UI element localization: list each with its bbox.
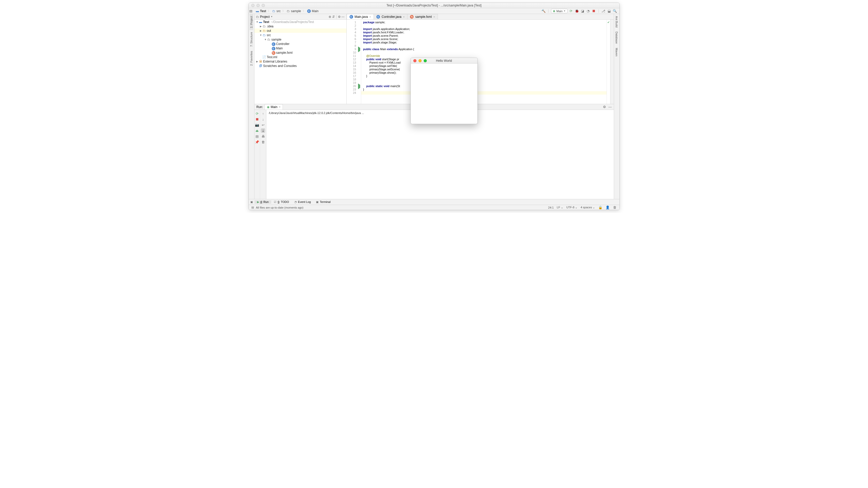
breadcrumb-item[interactable]: CMain [307,9,319,13]
sidebar-tab-favorites[interactable]: 2: Favorites [250,49,253,68]
locate-icon[interactable]: ⊕ [328,15,332,19]
editor-tab[interactable]: CController.java× [374,14,407,19]
softwrap-button[interactable]: ↩ [261,123,265,127]
layout-button[interactable]: ▤ [255,134,259,138]
tree-root[interactable]: ▼▬Test~/Downloads/JavaProjects/Test [254,20,346,24]
lock-icon[interactable]: 🔒 [598,205,602,210]
scroll-end-button[interactable]: ⤓ [261,128,265,133]
run-tab[interactable]: ◉Main× [265,104,283,110]
down-button[interactable]: ↓ [261,117,265,121]
project-pane-title[interactable]: Project [259,15,270,19]
tree-controller[interactable]: CController [254,41,346,46]
expand-icon[interactable]: ⇵ [332,15,335,19]
ide-titlebar: Test [~/Downloads/JavaProjects/Test] - .… [249,3,619,8]
status-message: All files are up-to-date (moments ago) [256,206,304,209]
tree-fxml[interactable]: fxsample.fxml [254,50,346,55]
run-label: Run: [256,105,263,109]
run-config-selector[interactable]: ◉ Main ▼ [551,9,567,13]
editor-tabs: CMain.java× CController.java× fxsample.f… [347,14,614,20]
print-button[interactable]: 🖶 [261,134,265,138]
tree-src[interactable]: ▼🗀src [254,33,346,37]
up-button[interactable]: ↑ [261,111,265,116]
statusbar-icon: ▤ [251,206,254,209]
update-button[interactable]: ⬓ [607,9,611,13]
bottom-tab-run[interactable]: ▶4: 4: RunRun [254,200,271,204]
run-side-toolbar: ⟳ 📷 ⏏ ▤ 📌 ↑ ↓ ↩ ⤓ 🖶 [254,110,266,199]
tree-scratch[interactable]: 🗐Scratches and Consoles [254,64,346,68]
sidebar-tab-database[interactable]: Database [615,29,618,46]
rerun-button[interactable]: ⟳ [255,111,259,116]
close-icon[interactable]: × [369,15,371,18]
editor-tab[interactable]: fxsample.fxml× [407,14,438,19]
no-errors-icon: ✔ [607,21,610,24]
chevron-down-icon[interactable]: ▼ [270,16,273,18]
vcs-button[interactable]: ⎇ [601,9,606,13]
dump-button[interactable]: 📷 [255,123,259,127]
close-icon[interactable]: × [433,15,435,18]
gear-icon[interactable]: ⚙ [338,15,341,19]
fx-window-title: Hello World [411,59,477,62]
hide-icon[interactable]: — [341,15,345,19]
stop-button[interactable] [255,117,259,121]
run-button[interactable]: ⟳ [569,9,573,13]
bottom-tab-eventlog[interactable]: ◔Event Log [292,200,314,204]
breadcrumb-item[interactable]: ▬Test [255,9,267,13]
status-indent[interactable]: 4 spaces ⌄ [581,206,595,209]
tree-iml[interactable]: 📄Test.iml [254,55,346,59]
window-title: Test [~/Downloads/JavaProjects/Test] - .… [249,4,619,7]
javafx-app-window[interactable]: Hello World [410,58,478,124]
gear-icon[interactable]: ⚙ [602,105,607,109]
code-editor[interactable]: 12345678910111213141516171819202324 pack… [347,20,614,104]
folder-icon: 🗀 [256,15,259,19]
tree-ext[interactable]: ▶🏛External Libraries [254,59,346,64]
sidebar-tab-ant[interactable]: Ant Build [615,14,618,29]
editor-tab[interactable]: CMain.java× [347,14,374,19]
pin-button[interactable]: 📌 [255,140,259,144]
search-everywhere-button[interactable]: 🔍 [613,9,617,13]
tree-out[interactable]: ▶🗀out [254,28,346,33]
sidebar-tab-maven[interactable]: Maven [615,46,618,58]
coverage-button[interactable]: ◪ [581,9,585,13]
breadcrumb: ▬Test〉 🗀src〉 🗀sample〉 CMain [253,9,541,13]
status-caret[interactable]: 24:1 [548,206,554,209]
breadcrumb-item[interactable]: 🗀src [272,9,281,13]
status-linesep[interactable]: LF ⌄ [557,206,563,209]
tree-idea[interactable]: ▶🗀.idea [254,24,346,28]
close-icon[interactable]: × [403,15,405,18]
clear-button[interactable]: 🗑 [261,140,265,144]
build-button[interactable]: 🔨 [541,9,546,13]
error-stripe[interactable]: ✔ [607,20,610,104]
project-tree[interactable]: ▼▬Test~/Downloads/JavaProjects/Test ▶🗀.i… [254,20,346,104]
sidebar-tab-structure[interactable]: 7: Structure [250,30,253,49]
bottom-tab-terminal[interactable]: ▣Terminal [313,200,333,204]
profile-button[interactable]: ◔ [586,9,590,13]
exit-button[interactable]: ⏏ [255,128,259,133]
stop-button[interactable] [592,9,596,13]
status-encoding[interactable]: UTF-8 ⌄ [566,206,578,209]
editor-scrollbar[interactable] [610,20,614,104]
sidebar-tab-project[interactable]: 1: Project [250,14,253,30]
debug-button[interactable]: 🐞 [575,9,579,13]
tree-main[interactable]: CMain [254,46,346,50]
toolwindow-toggle-icon[interactable]: ▣ [249,200,254,204]
trash-icon[interactable]: 🗑 [613,205,617,210]
tree-pkg[interactable]: ▼🗀sample [254,37,346,41]
bottom-tab-todo[interactable]: ☑6: TODO [271,200,292,204]
hide-icon[interactable]: — [608,105,612,109]
inspect-icon[interactable]: 👤 [606,205,610,210]
project-icon: ▤ [249,9,253,13]
breadcrumb-item[interactable]: 🗀sample [286,9,302,13]
close-icon[interactable]: × [279,105,281,109]
